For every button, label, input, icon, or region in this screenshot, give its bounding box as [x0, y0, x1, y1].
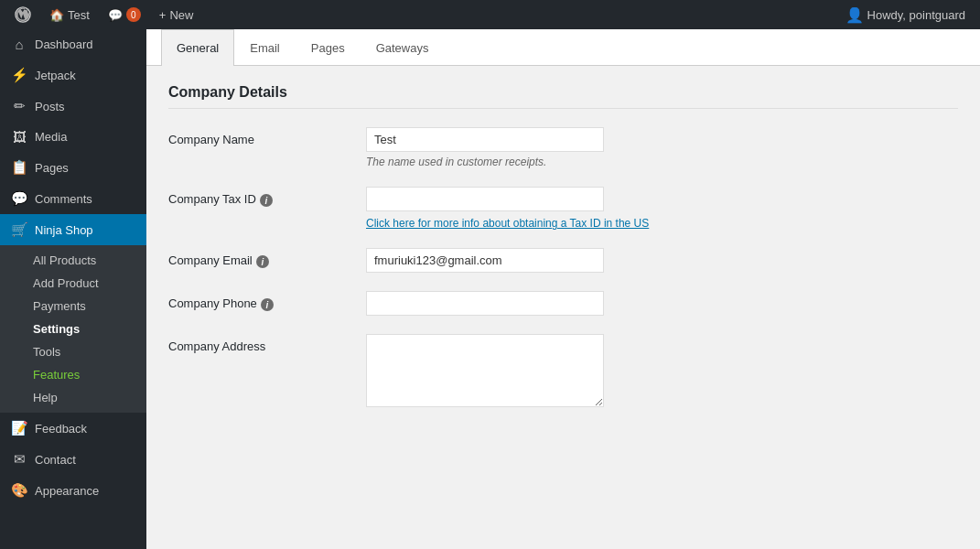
- sidebar-item-contact[interactable]: ✉ Contact: [0, 444, 146, 475]
- media-icon: 🖼: [11, 129, 27, 145]
- sidebar-item-ninja-shop[interactable]: 🛒 Ninja Shop: [0, 214, 146, 245]
- sidebar: ⌂ Dashboard ⚡ Jetpack ✏ Posts 🖼 Media 📋 …: [0, 29, 146, 549]
- new-label: New: [169, 8, 193, 22]
- ninja-shop-submenu: All Products Add Product Payments Settin…: [0, 245, 146, 413]
- comments-count: 0: [126, 7, 141, 22]
- field-row-company-phone: Company Phone i: [168, 291, 958, 316]
- company-address-input[interactable]: [366, 334, 604, 407]
- form-content: Company Details Company Name The name us…: [146, 66, 980, 447]
- field-row-company-tax-id: Company Tax ID i Click here for more inf…: [168, 187, 958, 230]
- sidebar-item-label: Ninja Shop: [35, 223, 93, 237]
- sidebar-item-label: Media: [35, 130, 67, 144]
- sidebar-item-add-product[interactable]: Add Product: [0, 272, 146, 295]
- phone-info-icon[interactable]: i: [261, 298, 274, 311]
- company-phone-field: [366, 291, 958, 316]
- company-phone-label: Company Phone i: [168, 291, 351, 311]
- company-address-label: Company Address: [168, 334, 351, 353]
- sidebar-item-tools[interactable]: Tools: [0, 340, 146, 363]
- company-name-hint: The name used in customer receipts.: [366, 156, 958, 168]
- company-name-label: Company Name: [168, 127, 351, 146]
- sidebar-item-pages[interactable]: 📋 Pages: [0, 152, 146, 183]
- sidebar-item-label: Pages: [35, 161, 69, 175]
- sidebar-item-label: Posts: [35, 100, 65, 113]
- section-title: Company Details: [168, 84, 958, 109]
- tabs-bar: General Email Pages Gateways: [146, 29, 980, 66]
- wp-logo[interactable]: [7, 0, 38, 29]
- tab-gateways[interactable]: Gateways: [361, 29, 445, 66]
- sidebar-item-media[interactable]: 🖼 Media: [0, 122, 146, 152]
- sidebar-item-label: Jetpack: [35, 69, 76, 82]
- howdy-text: Howdy, pointguard: [867, 8, 965, 22]
- company-tax-id-label: Company Tax ID i: [168, 187, 351, 207]
- sidebar-item-help[interactable]: Help: [0, 386, 146, 409]
- sidebar-item-label: Feedback: [35, 422, 87, 436]
- comments-sidebar-icon: 💬: [11, 190, 27, 207]
- field-row-company-name: Company Name The name used in customer r…: [168, 127, 958, 168]
- comments-link[interactable]: 💬 0: [101, 0, 148, 29]
- contact-icon: ✉: [11, 451, 27, 468]
- field-row-company-address: Company Address: [168, 334, 958, 410]
- admin-bar: 🏠 Test 💬 0 + New 👤 Howdy, pointguard: [0, 0, 980, 29]
- sidebar-item-dashboard[interactable]: ⌂ Dashboard: [0, 29, 146, 59]
- tab-pages[interactable]: Pages: [296, 29, 361, 66]
- sidebar-item-posts[interactable]: ✏ Posts: [0, 91, 146, 122]
- pages-icon: 📋: [11, 159, 27, 176]
- company-email-label: Company Email i: [168, 248, 351, 268]
- sidebar-item-all-products[interactable]: All Products: [0, 249, 146, 272]
- home-icon: 🏠: [49, 8, 64, 22]
- company-email-field: [366, 248, 958, 273]
- sidebar-item-label: Contact: [35, 453, 76, 467]
- sidebar-item-settings[interactable]: Settings: [0, 318, 146, 340]
- plus-icon: +: [159, 8, 167, 22]
- howdy-menu[interactable]: 👤 Howdy, pointguard: [838, 0, 973, 29]
- sidebar-item-feedback[interactable]: 📝 Feedback: [0, 413, 146, 444]
- site-name: Test: [68, 8, 90, 22]
- sidebar-item-features[interactable]: Features: [0, 363, 146, 386]
- tax-id-link[interactable]: Click here for more info about obtaining…: [366, 217, 958, 230]
- sidebar-item-payments[interactable]: Payments: [0, 295, 146, 318]
- company-tax-id-input[interactable]: [366, 187, 604, 211]
- company-address-field: [366, 334, 958, 410]
- posts-icon: ✏: [11, 98, 27, 114]
- company-name-field: The name used in customer receipts.: [366, 127, 958, 168]
- appearance-icon: 🎨: [11, 482, 27, 499]
- company-phone-input[interactable]: [366, 291, 604, 316]
- content-area: General Email Pages Gateways Company Det…: [146, 29, 980, 549]
- company-name-input[interactable]: [366, 127, 604, 152]
- feedback-icon: 📝: [11, 420, 27, 436]
- email-info-icon[interactable]: i: [256, 255, 269, 268]
- jetpack-icon: ⚡: [11, 67, 27, 83]
- field-row-company-email: Company Email i: [168, 248, 958, 273]
- sidebar-item-jetpack[interactable]: ⚡ Jetpack: [0, 59, 146, 91]
- tab-general[interactable]: General: [161, 29, 234, 66]
- sidebar-item-comments[interactable]: 💬 Comments: [0, 183, 146, 214]
- new-content-button[interactable]: + New: [152, 0, 201, 29]
- sidebar-item-label: Appearance: [35, 484, 99, 498]
- tax-id-info-icon[interactable]: i: [260, 194, 273, 207]
- comments-icon: 💬: [108, 8, 123, 22]
- user-avatar-icon: 👤: [845, 6, 864, 24]
- company-tax-id-field: Click here for more info about obtaining…: [366, 187, 958, 230]
- ninja-shop-icon: 🛒: [11, 221, 27, 238]
- dashboard-icon: ⌂: [11, 37, 27, 52]
- site-link[interactable]: 🏠 Test: [42, 0, 97, 29]
- sidebar-item-appearance[interactable]: 🎨 Appearance: [0, 475, 146, 506]
- sidebar-item-label: Comments: [35, 192, 92, 206]
- tab-email[interactable]: Email: [234, 29, 296, 66]
- sidebar-item-label: Dashboard: [35, 38, 93, 51]
- company-email-input[interactable]: [366, 248, 604, 273]
